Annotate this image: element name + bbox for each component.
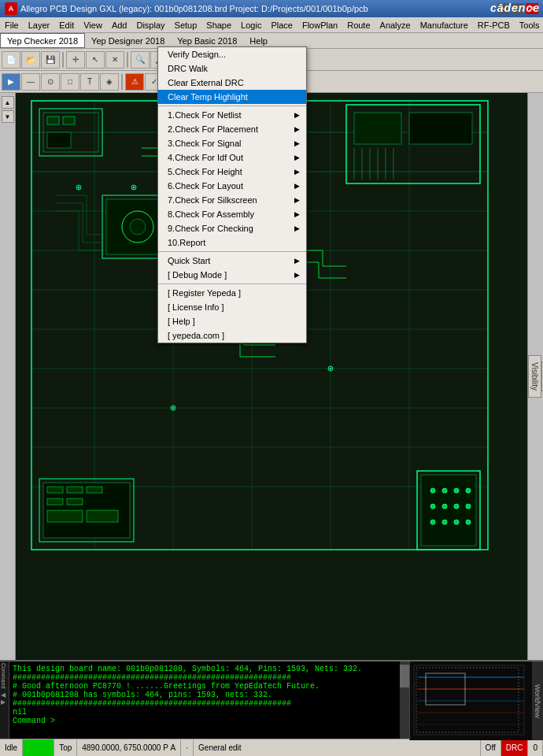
menu-add[interactable]: Add: [107, 17, 132, 32]
dd-report[interactable]: 10.Report: [158, 235, 306, 250]
console-line-7: Command >: [13, 717, 397, 725]
dd-check-idf-out[interactable]: 4.Check For Idf Out▶: [158, 150, 306, 165]
status-edit-mode: General edit: [194, 739, 481, 756]
svg-point-48: [466, 488, 471, 493]
coord-suffix: P: [163, 743, 168, 752]
svg-rect-38: [87, 487, 102, 493]
dd-check-signal[interactable]: 3.Check For Signal▶: [158, 136, 306, 150]
console-line-6: nil: [13, 708, 397, 717]
dd-verify-design[interactable]: Verify Design...: [158, 47, 306, 61]
tb2-shape[interactable]: □: [61, 73, 79, 91]
svg-rect-42: [87, 510, 118, 522]
menu-place[interactable]: Place: [266, 17, 297, 32]
menu-edit[interactable]: Edit: [54, 17, 79, 32]
tb2-text[interactable]: T: [80, 73, 99, 91]
menu-setup[interactable]: Setup: [170, 17, 202, 32]
svg-point-47: [454, 488, 459, 493]
console-label-cmd: Command: [1, 663, 8, 688]
worldview-svg: [410, 662, 533, 740]
tb-move[interactable]: ✛: [66, 51, 85, 69]
dd-quick-start[interactable]: Quick Start▶: [158, 254, 306, 268]
svg-point-49: [430, 504, 435, 509]
dd-check-netlist[interactable]: 1.Check For Netlist▶: [158, 108, 306, 122]
svg-rect-40: [67, 498, 83, 505]
tb2-sep-1: [121, 74, 123, 90]
svg-point-58: [78, 187, 80, 189]
cadence-logo: cādence: [490, 2, 540, 14]
scrollbar-thumb[interactable]: [400, 665, 409, 687]
svg-point-51: [454, 504, 459, 509]
svg-rect-22: [354, 113, 401, 144]
left-panel: ▲ ▼: [0, 93, 16, 660]
tb2-place[interactable]: ▶: [2, 73, 20, 91]
dd-register-yepeda[interactable]: [ Register Yepeda ]: [158, 286, 306, 300]
left-btn-1[interactable]: ▲: [2, 96, 14, 109]
tb-new[interactable]: 📄: [2, 51, 20, 69]
svg-rect-19: [63, 117, 75, 124]
console-output[interactable]: This design board name: 001b0p081208, Sy…: [9, 662, 400, 739]
svg-rect-39: [47, 498, 63, 505]
dd-help[interactable]: [ Help ]: [158, 314, 306, 328]
right-tab-visibility[interactable]: Visibility: [528, 355, 541, 398]
dd-check-assembly[interactable]: 8.Check For Assembly▶: [158, 207, 306, 221]
dd-drc-walk[interactable]: DRC Walk: [158, 61, 306, 76]
menu-logic[interactable]: Logic: [236, 17, 266, 32]
dd-debug-mode[interactable]: [ Debug Mode ]▶: [158, 268, 306, 282]
tb-save[interactable]: 💾: [41, 51, 60, 69]
tb2-pin[interactable]: ◈: [100, 73, 119, 91]
tb2-via[interactable]: ⊙: [41, 73, 60, 91]
dd-clear-external-drc[interactable]: Clear External DRC: [158, 76, 306, 90]
tb2-drc[interactable]: ⚠: [125, 73, 144, 91]
status-drc: DRC: [501, 739, 529, 756]
tb-zoom-in[interactable]: 🔍: [131, 51, 150, 69]
dd-check-layout[interactable]: 6.Check For Layout▶: [158, 179, 306, 193]
svg-rect-37: [67, 487, 83, 493]
svg-point-46: [442, 488, 447, 493]
menu-analyze[interactable]: Analyze: [375, 17, 416, 32]
console-line-2: ########################################…: [13, 673, 397, 682]
dd-clear-temp-highlight[interactable]: Clear Temp Highlight: [158, 90, 306, 104]
menu-tools[interactable]: Tools: [515, 17, 543, 32]
app-icon: A: [5, 2, 17, 15]
tb-sep-1: [62, 52, 64, 68]
dd-license-info[interactable]: [ License Info ]: [158, 300, 306, 314]
menu-file[interactable]: File: [0, 17, 24, 32]
dd-sep-2: [158, 251, 306, 252]
menu-yep-checker[interactable]: Yep Checker 2018: [0, 33, 85, 48]
dd-check-silkscreen[interactable]: 7.Check For Silkscreen▶: [158, 193, 306, 207]
menu-shape[interactable]: Shape: [201, 17, 236, 32]
menu-view[interactable]: View: [79, 17, 107, 32]
svg-point-53: [430, 520, 435, 524]
left-btn-2[interactable]: ▼: [2, 110, 14, 123]
tb2-route[interactable]: —: [21, 73, 40, 91]
tb-delete[interactable]: ✕: [105, 51, 124, 69]
svg-point-54: [442, 520, 447, 524]
tb-open[interactable]: 📂: [21, 51, 40, 69]
console-line-4: # 001b0p081208 has symbols: 464, pins: 1…: [13, 691, 397, 699]
window-title: Allegro PCB Design GXL (legacy): 001b0p0…: [20, 4, 497, 13]
svg-point-56: [466, 520, 471, 524]
menu-bar-1: File Layer Edit View Add Display Setup S…: [0, 17, 543, 33]
menu-manufacture[interactable]: Manufacture: [416, 17, 473, 32]
console-scrollbar[interactable]: [400, 662, 409, 739]
coord-unit: A: [171, 743, 176, 752]
menu-route[interactable]: Route: [342, 17, 375, 32]
menu-layer[interactable]: Layer: [24, 17, 55, 32]
dd-check-placement[interactable]: 2.Check For Placement▶: [158, 122, 306, 136]
tb-cursor[interactable]: ↖: [86, 51, 105, 69]
console-line-3: # Good afternoon PC8770 ! ......Greeting…: [13, 682, 397, 691]
status-num: 0: [528, 739, 543, 756]
dd-check-height[interactable]: 5.Check For Height▶: [158, 165, 306, 179]
console-left-panel: Command ◀▶: [0, 662, 9, 739]
status-layer: Top: [54, 739, 77, 756]
dropdown-menu: Verify Design... DRC Walk Clear External…: [157, 46, 307, 343]
dd-sep-1: [158, 106, 306, 106]
status-green-indicator: [23, 739, 54, 756]
svg-point-55: [454, 520, 459, 524]
dd-check-checking[interactable]: 9.Check For Checking▶: [158, 221, 306, 235]
menu-flowplan[interactable]: FlowPlan: [297, 17, 342, 32]
menu-rfpcb[interactable]: RF-PCB: [473, 17, 515, 32]
menu-display[interactable]: Display: [131, 17, 169, 32]
svg-point-45: [430, 488, 435, 493]
dd-yepeda-com[interactable]: [ yepeda.com ]: [158, 328, 306, 343]
